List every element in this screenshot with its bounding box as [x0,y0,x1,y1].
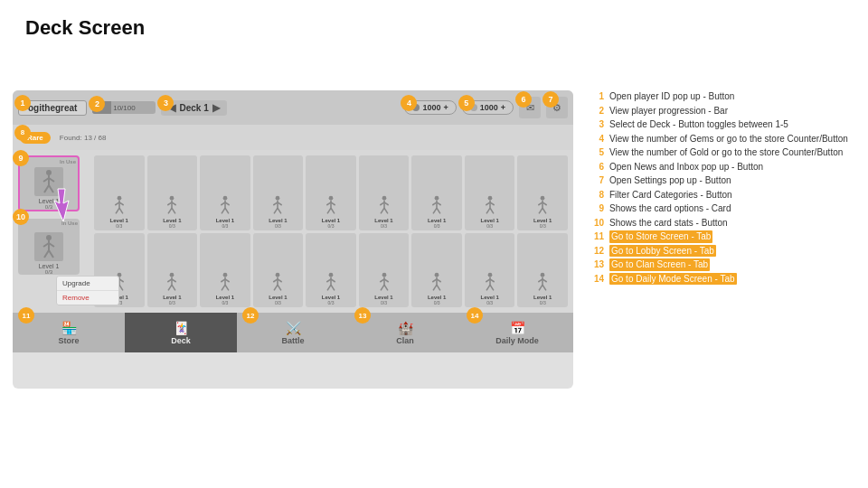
gems-plus: + [443,103,448,112]
svg-point-109 [487,273,492,277]
grid-card-6[interactable]: Level 1 0/3 [359,155,410,230]
grid-card-9[interactable]: Level 1 0/3 [517,155,568,230]
annotation-num-5: 5 [586,146,604,159]
badge-13: 13 [354,307,371,324]
annotation-num-2: 2 [586,105,604,117]
grid-card-5[interactable]: Level 1 0/3 [306,155,356,230]
annotation-row-10: 10Shows the card stats - Button [586,217,857,230]
annotation-row-9: 9Shows the card options - Card [586,202,857,215]
grid-figure-9 [532,192,553,218]
tab-clan-label: Clan [396,336,414,345]
grid-figure-5 [320,192,342,218]
tab-deck[interactable]: 🃏 Deck [125,313,237,352]
grid-card-18[interactable]: Level 1 0/3 [517,233,568,308]
badge-9: 9 [13,150,29,166]
svg-point-61 [541,195,545,200]
svg-line-29 [222,208,225,213]
annotation-text-14: Go to Daily Mode Screen - Tab [609,273,737,286]
grid-counter-5: 0/3 [328,223,335,229]
grid-counter-17: 0/3 [486,300,493,305]
annotation-text-9: Shows the card options - Card [609,202,731,215]
context-menu: Upgrade Remove [56,276,119,305]
grid-card-4[interactable]: Level 1 0/3 [253,155,304,230]
remove-button[interactable]: Remove [57,291,118,305]
gold-plus: + [501,103,505,112]
grid-card-11[interactable]: Level 1 0/3 [147,233,198,308]
grid-counter-2: 0/3 [169,223,175,229]
svg-point-37 [329,195,334,200]
svg-line-11 [44,250,49,258]
svg-line-65 [539,208,542,213]
svg-line-101 [381,285,384,290]
grid-figure-16 [426,269,448,295]
grid-card-8[interactable]: Level 1 0/3 [465,155,515,230]
annotation-num-10: 10 [586,217,604,230]
grid-card-1[interactable]: Level 1 0/3 [94,155,145,230]
tab-deck-label: Deck [171,336,191,345]
svg-line-113 [486,285,490,290]
ui-mockup: 1 ogithegreat 2 10/100 3 ◀ Deck 1 ▶ 4 [13,90,573,389]
gems-wrap: 4 1000 + [404,100,456,115]
grid-figure-6 [373,192,395,218]
grid-card-2[interactable]: Level 1 0/3 [147,155,198,230]
tab-daily[interactable]: 14 📅 Daily Mode [461,313,573,352]
grid-card-14[interactable]: Level 1 0/3 [306,233,356,308]
svg-line-89 [275,285,278,290]
grid-figure-15 [373,269,395,295]
tab-store[interactable]: 11 🏪 Store [13,313,125,352]
svg-line-23 [168,208,172,213]
progression-label: 10/100 [113,104,135,112]
deck-next-arrow[interactable]: ▶ [212,102,220,114]
grid-figure-8 [479,192,501,218]
svg-line-77 [168,285,172,290]
gold-wrap: 5 1000 + [462,100,514,115]
clan-icon: 🏰 [398,321,413,335]
svg-line-36 [278,208,281,213]
deck-selector-wrap: 3 ◀ Deck 1 ▶ [161,100,226,116]
grid-card-15[interactable]: Level 1 0/3 [359,233,410,308]
grid-card-17[interactable]: Level 1 0/3 [465,233,515,308]
grid-counter-1: 0/3 [116,223,122,229]
deck-card-bottom[interactable]: In Use Level 1 0/3 [18,219,80,275]
annotation-text-7: Open Settings pop up - Button [609,174,731,187]
badge-6: 6 [515,91,532,108]
svg-point-115 [541,273,545,277]
svg-line-17 [116,208,119,213]
svg-line-60 [490,208,494,213]
grid-card-3[interactable]: Level 1 0/3 [200,155,250,230]
annotation-row-13: 13Go to Clan Screen - Tab [586,258,857,271]
svg-point-103 [435,273,439,277]
badge-11: 11 [18,307,34,324]
annotation-row-12: 12Go to Lobby Screen - Tab [586,245,857,258]
grid-card-13[interactable]: Level 1 0/3 [253,233,304,308]
grid-card-16[interactable]: Level 1 0/3 [411,233,462,308]
deck-card-counter-bottom: 0/3 [45,269,52,275]
grid-card-7[interactable]: Level 1 0/3 [411,155,462,230]
player-id-wrap: 1 ogithegreat [18,100,87,116]
tab-clan[interactable]: 13 🏰 Clan [349,313,461,352]
page-title: Deck Screen [25,16,145,40]
grid-counter-13: 0/3 [275,300,281,305]
annotations-panel: 1Open player ID pop up - Button2View pla… [586,90,857,286]
grid-counter-6: 0/3 [381,223,387,229]
svg-line-48 [384,208,388,213]
upgrade-button[interactable]: Upgrade [57,277,118,291]
tab-battle[interactable]: 12 ⚔️ Battle [237,313,349,352]
grid-counter-9: 0/3 [540,223,546,229]
svg-point-0 [46,170,52,175]
svg-line-66 [542,208,546,213]
annotation-row-4: 4View the number of Gems or go to the st… [586,133,857,145]
filter-bar: 8 Rare Found: 13 / 68 [13,125,573,150]
svg-point-25 [223,195,228,200]
top-bar: 1 ogithegreat 2 10/100 3 ◀ Deck 1 ▶ 4 [13,90,573,125]
left-deck: 9 In Use Level 1 0/3 [18,155,90,307]
svg-line-83 [222,285,225,290]
annotation-row-6: 6Open News and Inbox pop up - Button [586,161,857,174]
card-figure-bottom [34,232,63,261]
annotation-row-14: 14Go to Daily Mode Screen - Tab [586,273,857,286]
annotation-text-13: Go to Clan Screen - Tab [609,258,710,271]
annotation-num-8: 8 [586,189,604,202]
svg-point-79 [223,273,228,277]
grid-card-12[interactable]: Level 1 0/3 [200,233,250,308]
svg-line-53 [433,208,437,213]
